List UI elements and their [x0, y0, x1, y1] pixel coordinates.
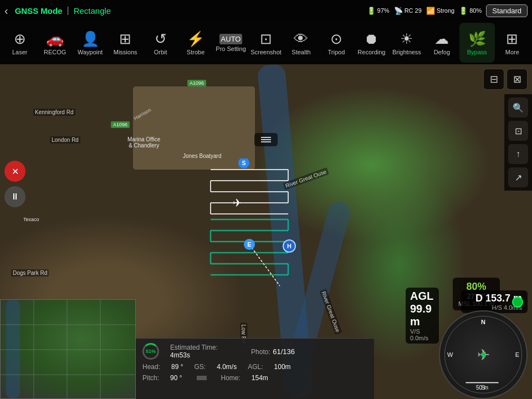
road-label-dogs: Dogs Park Rd — [11, 269, 49, 277]
toolbar-brightness[interactable]: ☀ Brightness — [389, 23, 424, 63]
toolbar-pro-setting[interactable]: AUTO Pro Setting — [213, 23, 248, 63]
toolbar-strobe[interactable]: ⚡ Strobe — [178, 23, 213, 63]
estimated-time-value: 4m53s — [170, 351, 218, 359]
stop-button[interactable]: ✕ — [4, 161, 25, 182]
toolbar-recog[interactable]: 🚗 RECOG — [37, 23, 72, 63]
pitch-label: Pitch: — [142, 374, 159, 382]
north-button[interactable]: ↑ — [508, 144, 528, 164]
minimap-bg — [1, 300, 135, 398]
battery2-status: 🔋 80% — [459, 7, 482, 15]
photo-label: Photo: — [251, 348, 270, 356]
bypass-icon: 🌿 — [468, 30, 486, 48]
toolbar-defog[interactable]: ☁ Defog — [424, 23, 459, 63]
marina-label: Marina Office& Chandlery — [127, 136, 160, 149]
info-row-2: Head: 89 ° GS: 4.0m/s AGL: 100m — [142, 363, 367, 371]
orbit-icon: ↺ — [155, 30, 167, 48]
waypoint-label: Waypoint — [78, 49, 103, 55]
right-tools: 🔍 ⊡ ↑ ↗ — [504, 94, 532, 191]
flight-path-overlay: S E — [194, 158, 305, 303]
toolbar-stealth[interactable]: 👁 Stealth — [284, 23, 319, 63]
compass-west: W — [447, 351, 453, 358]
toolbar-recording[interactable]: ⏺ Recording — [354, 23, 389, 63]
svg-line-20 — [249, 244, 280, 286]
stealth-label: Stealth — [291, 49, 310, 55]
toolbar-bypass[interactable]: 🌿 Bypass — [459, 23, 494, 63]
toolbar-more[interactable]: ⊞ More — [495, 23, 530, 63]
battery2-icon: 🔋 — [459, 7, 468, 15]
flight-controls: ✕ ⏸ — [4, 161, 25, 207]
toolbar-missions[interactable]: ⊞ Missions — [108, 23, 142, 63]
defog-icon: ☁ — [434, 30, 449, 48]
laser-label: Laser — [12, 49, 28, 55]
estimated-time-group: Estimated Time: 4m53s — [170, 344, 218, 359]
missions-label: Missions — [114, 49, 137, 55]
more-label: More — [505, 49, 519, 55]
info-panel: 51% Estimated Time: 4m53s Photo: 61/136 … — [136, 338, 374, 399]
map-type-split[interactable]: ⊟ — [483, 69, 504, 90]
photo-group: Photo: 61/136 — [251, 346, 295, 356]
jones-boatyard-label: Jones Boatyard — [183, 153, 222, 159]
top-bar: ‹ GNSS Mode | Rectangle 🔋 97% 📡 RC 29 📶 … — [0, 0, 532, 21]
status-group: 🔋 97% 📡 RC 29 📶 Strong 🔋 80% Standard — [367, 4, 528, 17]
scale-line — [466, 382, 499, 383]
toolbar-tripod[interactable]: ⊙ Tripod — [319, 23, 354, 63]
layers-button[interactable]: ⊡ — [508, 121, 528, 141]
recording-icon: ⏺ — [364, 30, 378, 48]
map-menu-button[interactable] — [254, 133, 278, 146]
agl-label-panel: AGL: — [248, 363, 263, 371]
toolbar-laser[interactable]: ⊕ Laser — [2, 23, 37, 63]
home-marker: H — [283, 239, 296, 253]
search-button[interactable]: 🔍 — [508, 98, 528, 117]
home-label: Home: — [221, 374, 241, 382]
flight-mode-label: Rectangle — [74, 6, 111, 16]
scale-text: 50 m — [476, 385, 488, 391]
svg-text:S: S — [242, 160, 245, 166]
strobe-icon: ⚡ — [187, 30, 204, 48]
recog-icon: 🚗 — [46, 30, 64, 48]
gnss-mode-label: GNSS Mode — [15, 6, 63, 16]
orbit-label: Orbit — [154, 49, 167, 55]
laser-icon: ⊕ — [14, 30, 26, 48]
home-value: 154m — [252, 374, 268, 382]
signal-icon: 📶 — [426, 7, 435, 15]
stealth-icon: 👁 — [294, 30, 308, 48]
route-button[interactable]: ↗ — [508, 167, 528, 187]
tripod-label: Tripod — [328, 49, 345, 55]
road-label-kenningford: Kenningford Rd — [33, 109, 75, 116]
agl-display: AGL 99.9 m V/S 0.0m/s — [406, 288, 439, 344]
toolbar-orbit[interactable]: ↺ Orbit — [143, 23, 178, 63]
battery-icon: 🔋 — [367, 7, 376, 15]
back-button[interactable]: ‹ — [4, 4, 8, 17]
waypoint-icon: 👤 — [81, 30, 99, 48]
screenshot-label: Screenshot — [250, 49, 282, 55]
drone-icon: ✈ — [233, 196, 242, 209]
photo-value: 61/136 — [273, 347, 295, 356]
minimap — [0, 299, 136, 399]
tripod-icon: ⊙ — [330, 30, 342, 48]
recog-label: RECOG — [44, 49, 66, 55]
compass-east: E — [515, 351, 519, 358]
road-sign-a1096-2: A1096 — [187, 80, 206, 86]
svg-text:E: E — [247, 241, 251, 248]
scale-bar: 50 m — [466, 382, 499, 391]
head-value: 89 ° — [171, 363, 183, 371]
bypass-label: Bypass — [467, 49, 487, 55]
agl-value: AGL 99.9 m — [410, 290, 434, 328]
pause-button[interactable]: ⏸ — [4, 186, 25, 207]
progress-circle: 51% — [142, 343, 159, 360]
toolbar-waypoint[interactable]: 👤 Waypoint — [73, 23, 108, 63]
info-row-3: Pitch: 90 ° Home: 154m — [142, 374, 367, 382]
head-label: Head: — [142, 363, 160, 371]
brightness-icon: ☀ — [400, 30, 413, 48]
standard-button[interactable]: Standard — [486, 4, 528, 17]
info-row-1: 51% Estimated Time: 4m53s Photo: 61/136 — [142, 343, 367, 360]
missions-icon: ⊞ — [119, 30, 131, 48]
map-type-full[interactable]: ⊠ — [507, 69, 528, 90]
pro-setting-label: Pro Setting — [216, 45, 245, 52]
estimated-time-label: Estimated Time: — [170, 344, 218, 351]
toolbar-screenshot[interactable]: ⊡ Screenshot — [248, 23, 283, 63]
rc-status: 📡 RC 29 — [394, 7, 422, 15]
road-sign-a1096-1: A1096 — [111, 121, 130, 128]
more-icon: ⊞ — [506, 30, 518, 48]
compass-dot — [481, 352, 485, 357]
